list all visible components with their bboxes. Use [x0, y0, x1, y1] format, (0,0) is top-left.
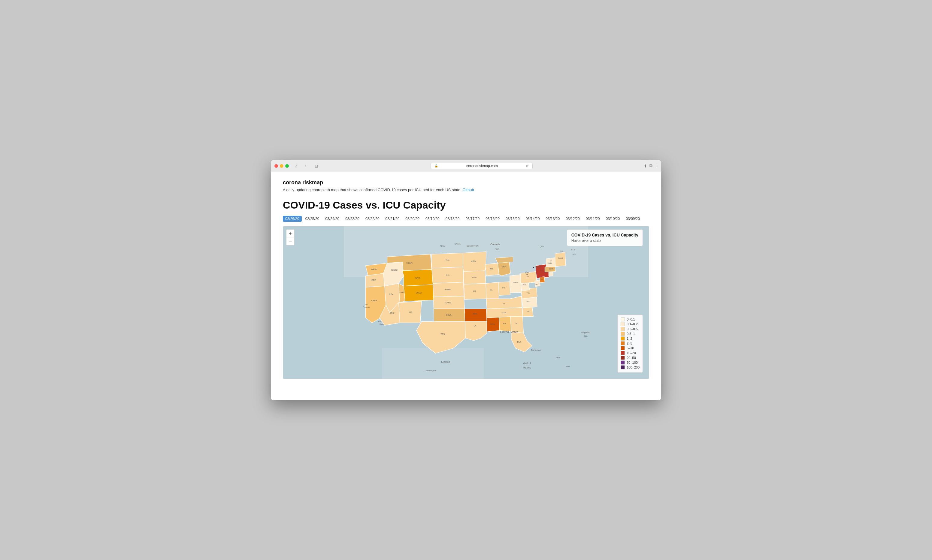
svg-text:OKLA.: OKLA. [446, 314, 452, 316]
svg-text:MASS.: MASS. [547, 262, 552, 264]
legend-range-label: 50–100 [627, 361, 638, 364]
legend-range-label: 10–20 [627, 351, 636, 355]
svg-text:Guadalajara: Guadalajara [425, 369, 436, 372]
legend-range-label: 0.5–1 [627, 332, 635, 335]
legend-color-swatch [621, 365, 625, 369]
date-tab[interactable]: 03/10/20 [604, 216, 622, 222]
legend-range-label: 5–10 [627, 346, 634, 350]
svg-text:ONT.: ONT. [495, 248, 500, 250]
browser-actions: ⬆ ⧉ + [644, 163, 658, 169]
svg-text:ORE.: ORE. [371, 279, 376, 281]
date-tab[interactable]: 03/12/20 [563, 216, 582, 222]
date-tab[interactable]: 03/14/20 [523, 216, 542, 222]
date-tab[interactable]: 03/22/20 [363, 216, 382, 222]
svg-text:San: San [365, 303, 368, 305]
zoom-out-button[interactable]: − [287, 237, 294, 245]
svg-text:NEBR.: NEBR. [445, 288, 451, 291]
legend-item: 10–20 [621, 351, 639, 355]
svg-text:N.S.: N.S. [573, 253, 576, 255]
svg-text:ALA.: ALA. [503, 322, 507, 324]
date-tabs: 03/26/2003/25/2003/24/2003/23/2003/22/20… [283, 216, 649, 222]
legend-color-swatch [621, 346, 625, 350]
svg-text:N.C.: N.C. [527, 300, 531, 302]
legend-item: 0.5–1 [621, 332, 639, 336]
svg-text:UTAH: UTAH [399, 291, 404, 293]
svg-text:ALTA.: ALTA. [440, 245, 445, 247]
date-tab[interactable]: 03/26/20 [283, 216, 302, 222]
svg-text:Bahamas: Bahamas [531, 348, 541, 351]
svg-text:MD.: MD. [536, 283, 538, 285]
legend-item: 20–50 [621, 355, 639, 360]
svg-text:Francisco: Francisco [363, 306, 370, 308]
legend-item: 0.2–0.5 [621, 327, 639, 331]
date-tab[interactable]: 03/15/20 [503, 216, 522, 222]
svg-text:EDMONTON: EDMONTON [467, 245, 478, 247]
minimize-button[interactable] [280, 164, 283, 168]
svg-text:W.VA.: W.VA. [523, 284, 527, 286]
date-tab[interactable]: 03/16/20 [483, 216, 502, 222]
legend-item: 100–200 [621, 365, 639, 369]
date-tab[interactable]: 03/18/20 [443, 216, 462, 222]
map-svg-container[interactable]: WASH. ORE. CALIF. NEV. IDAHO MONT. WYO. … [283, 226, 649, 379]
legend-item: 0.1–0.2 [621, 322, 639, 326]
tooltip-subtitle: Hover over a state [572, 238, 638, 243]
sidebar-toggle-button[interactable]: ⊟ [313, 163, 320, 169]
legend-color-swatch [621, 317, 625, 322]
date-tab[interactable]: 03/20/20 [403, 216, 422, 222]
date-tab[interactable]: 03/11/20 [584, 216, 602, 222]
legend-color-swatch [621, 332, 625, 336]
share-button[interactable]: ⬆ [644, 163, 647, 168]
reload-button[interactable]: ↺ [526, 164, 529, 168]
date-tab[interactable]: 03/17/20 [463, 216, 482, 222]
zoom-controls: + − [286, 229, 294, 246]
svg-text:WIS.: WIS. [490, 268, 494, 269]
date-tab[interactable]: 03/13/20 [543, 216, 562, 222]
map-wrapper: WASH. ORE. CALIF. NEV. IDAHO MONT. WYO. … [283, 226, 649, 379]
legend-item: 1–2 [621, 337, 639, 341]
svg-text:ARK.: ARK. [473, 312, 478, 314]
svg-text:MONT.: MONT. [407, 262, 413, 264]
svg-text:N.J.: N.J. [541, 278, 543, 280]
page-title: COVID-19 Cases vs. ICU Capacity [283, 199, 649, 211]
svg-text:Haiti: Haiti [566, 365, 570, 367]
url-display[interactable]: coronariskmap.com [440, 164, 524, 168]
svg-text:TENN.: TENN. [501, 312, 507, 313]
svg-text:GA.: GA. [515, 322, 518, 324]
legend-color-swatch [621, 337, 625, 341]
close-button[interactable] [274, 164, 278, 168]
svg-text:NEV.: NEV. [389, 293, 393, 295]
legend-range-label: 20–50 [627, 356, 636, 360]
github-link[interactable]: Github [462, 188, 474, 192]
date-tab[interactable]: 03/19/20 [423, 216, 442, 222]
legend-range-label: 0.1–0.2 [627, 322, 638, 326]
svg-text:Cuba: Cuba [555, 356, 561, 359]
zoom-in-button[interactable]: + [287, 229, 294, 237]
svg-text:KY.: KY. [503, 303, 505, 304]
svg-text:CALIF.: CALIF. [371, 299, 377, 301]
svg-text:Canada: Canada [490, 243, 500, 246]
svg-text:Sea: Sea [584, 335, 588, 337]
svg-text:N.H.: N.H. [550, 260, 552, 262]
new-tab-button[interactable]: ⧉ [650, 163, 652, 168]
svg-text:United States: United States [500, 330, 518, 334]
legend-item: 5–10 [621, 346, 639, 350]
date-tab[interactable]: 03/23/20 [343, 216, 362, 222]
svg-text:IND.: IND. [502, 286, 506, 288]
date-tab[interactable]: 03/25/20 [303, 216, 322, 222]
legend-color-swatch [621, 355, 625, 360]
nav-buttons: ‹ › [292, 163, 310, 169]
date-tab[interactable]: 03/09/20 [623, 216, 642, 222]
site-description: A daily-updating choropleth map that sho… [283, 188, 649, 192]
maximize-button[interactable] [285, 164, 289, 168]
svg-text:IDAHO: IDAHO [391, 269, 397, 271]
svg-text:ILL.: ILL. [490, 289, 493, 291]
add-tab-button[interactable]: + [655, 163, 658, 169]
svg-text:Ottawa: Ottawa [535, 266, 541, 268]
forward-button[interactable]: › [302, 163, 310, 169]
svg-text:S.D.: S.D. [445, 274, 450, 276]
site-header: corona riskmap A daily-updating chorople… [283, 180, 649, 192]
back-button[interactable]: ‹ [292, 163, 300, 169]
tooltip-title: COVID-19 Cases vs. ICU Capacity [572, 232, 638, 237]
date-tab[interactable]: 03/21/20 [383, 216, 402, 222]
date-tab[interactable]: 03/24/20 [323, 216, 342, 222]
